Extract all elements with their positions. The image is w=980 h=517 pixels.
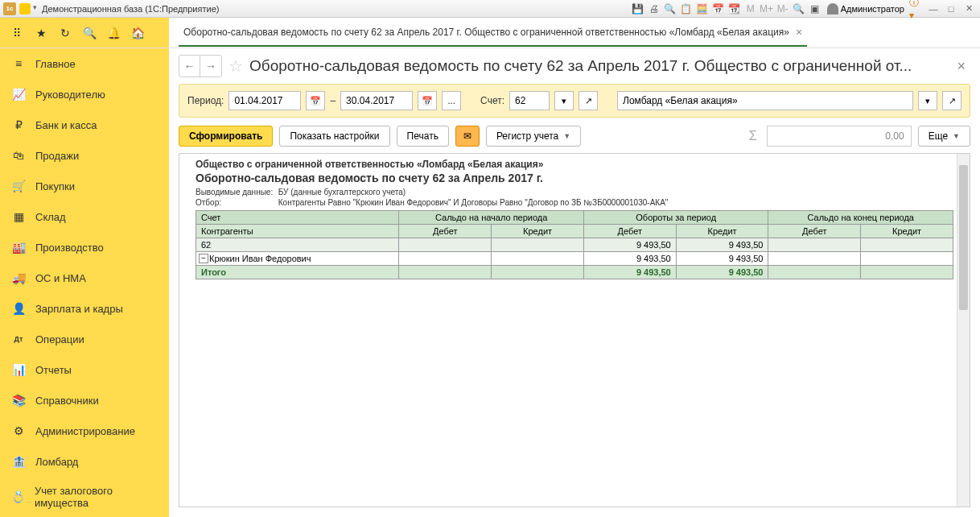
m-minus-icon[interactable]: M- xyxy=(776,2,790,16)
sidebar-item-assets[interactable]: 🚚ОС и НМА xyxy=(0,263,169,293)
content-area: ← → ☆ Оборотно-сальдовая ведомость по сч… xyxy=(169,48,980,517)
dash: – xyxy=(330,95,336,106)
org-open-button[interactable]: ↗ xyxy=(942,91,961,110)
org-input[interactable] xyxy=(617,91,913,110)
report-container: Общество с ограниченной ответственностью… xyxy=(179,153,970,507)
history-icon[interactable]: ↻ xyxy=(58,26,72,40)
sidebar-item-reports[interactable]: 📊Отчеты xyxy=(0,354,169,385)
col-account: Счет xyxy=(196,211,399,225)
active-tab[interactable]: Оборотно-сальдовая ведомость по счету 62… xyxy=(179,19,807,47)
report-table: Счет Сальдо на начало периода Обороты за… xyxy=(196,210,953,279)
org-dd-button[interactable]: ▾ xyxy=(918,91,937,110)
sidebar-item-bank[interactable]: ₽Банк и касса xyxy=(0,110,169,140)
calculator-icon[interactable]: 🧮 xyxy=(695,2,710,16)
app-dropdown-icon[interactable] xyxy=(19,3,31,14)
more-button[interactable]: Еще▼ xyxy=(918,126,970,147)
show-settings-button[interactable]: Показать настройки xyxy=(279,126,389,147)
period-more-button[interactable]: ... xyxy=(442,91,461,110)
date-to-input[interactable] xyxy=(340,91,413,110)
person-icon: 👤 xyxy=(11,301,26,316)
bag-icon: 🛍 xyxy=(11,148,26,163)
col-contragents: Контрагенты xyxy=(196,225,399,238)
generate-button[interactable]: Сформировать xyxy=(179,126,273,147)
ring-icon: 💍 xyxy=(11,490,25,504)
search-doc-icon[interactable]: 🔍 xyxy=(663,2,677,16)
minimize-button[interactable]: — xyxy=(925,2,941,15)
sigma-icon[interactable]: Σ xyxy=(746,129,760,143)
sidebar: ≡Главное 📈Руководителю ₽Банк и касса 🛍Пр… xyxy=(0,48,169,517)
tree-collapse-icon[interactable]: − xyxy=(199,254,208,263)
date-from-input[interactable] xyxy=(229,91,301,110)
search-icon[interactable]: 🔍 xyxy=(82,26,97,40)
date-to-calendar-button[interactable]: 📅 xyxy=(418,91,437,110)
info-icon[interactable]: ⓘ ▾ xyxy=(909,2,924,16)
account-label: Счет: xyxy=(480,95,504,106)
sidebar-item-manager[interactable]: 📈Руководителю xyxy=(0,79,169,110)
sidebar-item-purchases[interactable]: 🛒Покупки xyxy=(0,171,169,201)
calendar2-icon[interactable]: 📆 xyxy=(727,2,742,16)
m-plus-icon[interactable]: M+ xyxy=(760,2,774,16)
books-icon: 📚 xyxy=(11,393,26,407)
register-button[interactable]: Регистр учета▼ xyxy=(486,126,581,147)
col-debit: Дебет xyxy=(399,225,492,238)
favorite-star-icon[interactable]: ☆ xyxy=(229,56,243,76)
sidebar-item-catalogs[interactable]: 📚Справочники xyxy=(0,385,169,416)
titlebar: 1c Демонстрационная база (1С:Предприятие… xyxy=(0,0,980,18)
sidebar-item-warehouse[interactable]: ▦Склад xyxy=(0,201,169,232)
col-credit: Кредит xyxy=(861,225,953,238)
maximize-button[interactable]: □ xyxy=(943,2,959,15)
table-row[interactable]: 62 9 493,50 9 493,50 xyxy=(196,238,953,252)
nav-buttons: ← → xyxy=(179,55,222,77)
account-dd-button[interactable]: ▾ xyxy=(554,91,574,110)
email-button[interactable]: ✉ xyxy=(455,126,480,147)
save-icon[interactable]: 💾 xyxy=(631,2,645,16)
apps-icon[interactable]: ⠿ xyxy=(10,26,24,40)
page-close-button[interactable]: × xyxy=(952,58,970,75)
gear-icon: ⚙ xyxy=(11,424,26,438)
chevron-down-icon: ▼ xyxy=(953,132,960,140)
period-label: Период: xyxy=(187,95,224,106)
tab-label: Оборотно-сальдовая ведомость по счету 62… xyxy=(183,27,789,38)
nav-forward-button[interactable]: → xyxy=(200,56,221,77)
user-icon xyxy=(827,3,838,14)
calendar-icon[interactable]: 📅 xyxy=(711,2,726,16)
account-open-button[interactable]: ↗ xyxy=(579,91,598,110)
clipboard-icon[interactable]: 📋 xyxy=(679,2,694,16)
report-meta-output: Выводимые данные: БУ (данные бухгалтерск… xyxy=(196,188,953,196)
page-title: Оборотно-сальдовая ведомость по счету 62… xyxy=(249,57,945,75)
close-button[interactable]: ✕ xyxy=(961,2,977,15)
zoom-icon[interactable]: 🔍 xyxy=(792,2,806,16)
date-from-calendar-button[interactable]: 📅 xyxy=(306,91,325,110)
grid-icon: ▦ xyxy=(11,209,26,224)
nav-back-button[interactable]: ← xyxy=(179,56,200,77)
bank-icon: 🏦 xyxy=(11,454,26,469)
account-input[interactable] xyxy=(509,91,550,110)
cart-icon: 🛒 xyxy=(11,179,26,193)
scrollbar-vertical[interactable] xyxy=(957,154,970,507)
truck-icon: 🚚 xyxy=(11,271,26,285)
windows-icon[interactable]: ▣ xyxy=(808,2,822,16)
sidebar-item-main[interactable]: ≡Главное xyxy=(0,48,169,79)
tab-close-icon[interactable]: × xyxy=(796,26,802,39)
print-icon[interactable]: 🖨 xyxy=(647,2,661,16)
col-debit: Дебет xyxy=(768,225,861,238)
sidebar-item-sales[interactable]: 🛍Продажи xyxy=(0,140,169,171)
col-credit: Кредит xyxy=(676,225,768,238)
sidebar-item-lombard[interactable]: 🏦Ломбард xyxy=(0,446,169,477)
home-icon[interactable]: 🏠 xyxy=(130,26,145,40)
table-row[interactable]: Крюкин Иван Федорович 9 493,50 9 493,50 xyxy=(196,252,953,266)
sidebar-item-salary[interactable]: 👤Зарплата и кадры xyxy=(0,293,169,324)
bell-icon[interactable]: 🔔 xyxy=(106,26,121,40)
admin-block[interactable]: Администратор xyxy=(824,3,908,14)
sidebar-item-production[interactable]: 🏭Производство xyxy=(0,232,169,263)
print-button[interactable]: Печать xyxy=(397,126,449,147)
sidebar-item-admin[interactable]: ⚙Администрирование xyxy=(0,416,169,446)
chevron-down-icon: ▼ xyxy=(563,132,570,140)
menu-icon: ≡ xyxy=(11,56,26,71)
col-credit: Кредит xyxy=(492,225,584,238)
m-icon[interactable]: M xyxy=(743,2,758,16)
sidebar-item-pawn[interactable]: 💍Учет залогового имущества xyxy=(0,477,169,517)
sidebar-item-operations[interactable]: ДтОперации xyxy=(0,324,169,354)
star-icon[interactable]: ★ xyxy=(34,26,48,40)
sum-display: 0,00 xyxy=(767,126,912,147)
